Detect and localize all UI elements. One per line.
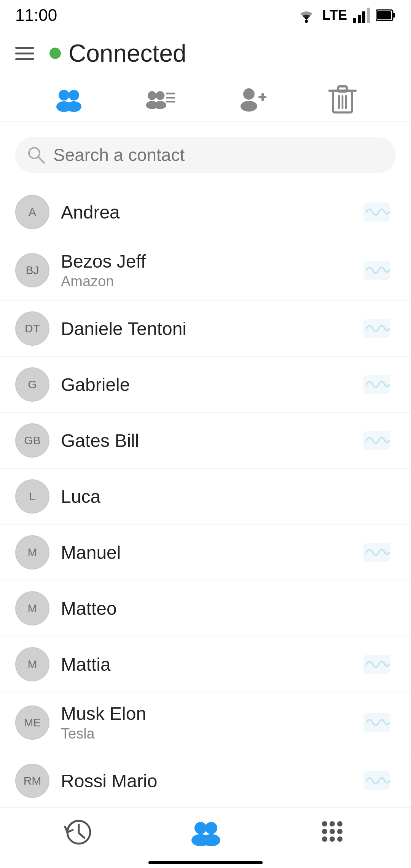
contact-name: Manuel	[61, 542, 354, 563]
svg-point-0	[305, 20, 308, 23]
contact-item[interactable]: BJ Bezos Jeff Amazon	[0, 240, 411, 301]
contact-wave-container[interactable]	[362, 769, 392, 792]
svg-rect-38	[363, 713, 390, 732]
bottom-nav-history[interactable]	[15, 807, 142, 857]
contact-info: Bezos Jeff Amazon	[49, 251, 362, 290]
contact-info: Daniele Tentoni	[49, 318, 362, 339]
contact-avatar: RM	[15, 764, 49, 798]
contact-item[interactable]: L Luca	[0, 469, 411, 525]
contact-wave-container[interactable]	[362, 485, 392, 508]
bottom-nav-dialpad[interactable]	[269, 807, 396, 857]
svg-line-30	[38, 157, 44, 163]
svg-point-47	[337, 821, 342, 827]
contact-avatar: M	[15, 535, 49, 570]
contacts-bottom-icon	[188, 817, 223, 847]
contact-list: A Andrea BJ Bezos Jeff Amazon	[0, 180, 411, 813]
add-contact-icon	[236, 84, 266, 114]
svg-point-49	[330, 829, 335, 834]
status-bar: 11:00 LTE	[0, 0, 411, 30]
search-icon	[27, 145, 46, 164]
contact-info: Musk Elon Tesla	[49, 703, 362, 742]
toolbar-active-contacts[interactable]	[23, 84, 114, 114]
wave-icon	[363, 771, 390, 790]
svg-rect-37	[363, 655, 390, 674]
wave-icon	[363, 431, 390, 450]
status-icons: LTE	[296, 7, 396, 23]
contact-avatar: A	[15, 195, 49, 229]
contact-info: Luca	[49, 486, 362, 507]
svg-rect-4	[367, 8, 370, 23]
contact-wave-container[interactable]	[362, 597, 392, 620]
toolbar	[0, 76, 411, 122]
contact-name: Bezos Jeff	[61, 251, 354, 272]
delete-icon	[327, 84, 358, 114]
contact-item[interactable]: A Andrea	[0, 184, 411, 240]
contact-avatar: L	[15, 479, 49, 514]
svg-rect-1	[353, 18, 356, 23]
svg-point-10	[68, 90, 79, 101]
contact-avatar: BJ	[15, 253, 49, 287]
contacts-list-icon	[145, 84, 175, 114]
contact-info: Gates Bill	[49, 430, 362, 451]
contact-name: Daniele Tentoni	[61, 318, 354, 339]
contacts-active-icon	[53, 84, 84, 114]
hamburger-button[interactable]	[15, 42, 38, 65]
contact-item[interactable]: DT Daniele Tentoni	[0, 301, 411, 357]
wave-icon	[363, 375, 390, 394]
wave-icon	[363, 713, 390, 732]
contact-avatar: DT	[15, 311, 49, 346]
search-container	[15, 137, 396, 173]
lte-icon: LTE	[322, 7, 347, 23]
contact-wave-container[interactable]	[362, 317, 392, 340]
bottom-nav-contacts[interactable]	[142, 807, 269, 857]
wave-icon	[363, 319, 390, 338]
contact-info: Gabriele	[49, 374, 362, 395]
svg-point-8	[59, 90, 69, 101]
svg-point-15	[154, 101, 166, 109]
contact-wave-container[interactable]	[362, 653, 392, 676]
contact-item[interactable]: G Gabriele	[0, 357, 411, 413]
svg-point-52	[330, 836, 335, 842]
contact-wave-container[interactable]	[362, 429, 392, 452]
svg-rect-33	[363, 319, 390, 338]
svg-rect-32	[363, 261, 390, 280]
contact-wave-container[interactable]	[362, 259, 392, 282]
contact-name: Rossi Mario	[61, 771, 354, 791]
svg-rect-3	[362, 11, 365, 23]
contact-item[interactable]: RM Rossi Mario	[0, 753, 411, 809]
contact-wave-container[interactable]	[362, 711, 392, 734]
contact-name: Luca	[61, 486, 354, 507]
contact-avatar: GB	[15, 423, 49, 458]
toolbar-delete[interactable]	[297, 84, 388, 114]
contact-item[interactable]: M Manuel	[0, 525, 411, 581]
connection-status-dot	[49, 48, 61, 59]
wifi-icon	[296, 8, 316, 23]
svg-rect-6	[393, 13, 395, 18]
search-input[interactable]	[53, 145, 384, 165]
wave-icon	[363, 543, 390, 562]
svg-point-53	[337, 836, 342, 842]
wave-icon	[363, 261, 390, 280]
contact-item[interactable]: GB Gates Bill	[0, 413, 411, 469]
contact-item[interactable]: M Matteo	[0, 581, 411, 637]
contact-wave-container[interactable]	[362, 541, 392, 564]
contact-wave-container[interactable]	[362, 373, 392, 396]
toolbar-contacts-list[interactable]	[114, 84, 206, 114]
toolbar-add-contact[interactable]	[206, 84, 297, 114]
contact-name: Andrea	[61, 202, 354, 223]
svg-point-44	[202, 834, 220, 846]
contact-item[interactable]: M Mattia	[0, 637, 411, 692]
contact-info: Manuel	[49, 542, 362, 563]
header: Connected	[0, 30, 411, 76]
contact-wave-container[interactable]	[362, 201, 392, 223]
svg-point-51	[322, 836, 327, 842]
svg-rect-39	[363, 771, 390, 790]
dialpad-icon	[317, 817, 347, 847]
contact-item[interactable]: ME Musk Elon Tesla	[0, 692, 411, 753]
svg-point-11	[66, 101, 81, 112]
svg-point-41	[194, 822, 207, 834]
contact-avatar: M	[15, 647, 49, 681]
svg-point-50	[337, 829, 342, 834]
contact-subtitle: Amazon	[61, 273, 354, 290]
contact-info: Andrea	[49, 202, 362, 223]
